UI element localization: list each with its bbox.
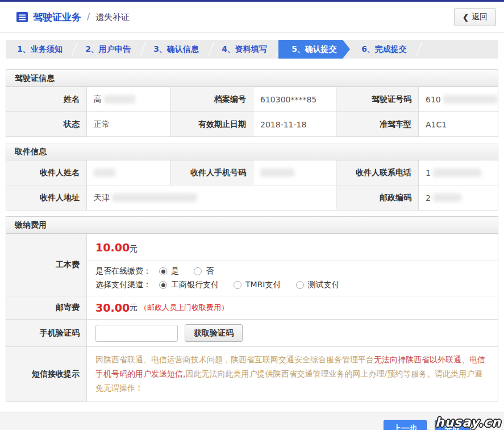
- radio-unchecked-icon: [234, 281, 241, 289]
- watermark: husay.cn: [435, 415, 501, 429]
- mail-fee-note: （邮政人员上门收取费用）: [140, 303, 228, 313]
- online-pay-caption: 是否在线缴费：: [95, 266, 151, 276]
- sms-tip-row: 短信接收提示 因陕西省联通、电信运营商技术问题，陕西省互联网交通安全综合服务管理…: [6, 346, 498, 402]
- radio-channel-tmri[interactable]: TMRI支付: [234, 280, 281, 290]
- mail-fee-row: 邮寄费 30.00元 （邮政人员上门收取费用）: [6, 296, 498, 319]
- work-fee-label: 工本费: [6, 234, 87, 296]
- redaction-blur: [112, 193, 197, 202]
- redaction-blur: [433, 168, 481, 177]
- back-chevron-icon: ❮: [463, 13, 469, 22]
- redaction-blur: [433, 193, 461, 202]
- license-info-section: 驾驶证信息 姓名 高 档案编号 610300****85 驾驶证号码 610 状…: [6, 69, 498, 137]
- work-fee-row: 工本费 10.00元 是否在线缴费： 是 否: [6, 234, 498, 296]
- field-label-recipient-address: 收件人地址: [6, 185, 87, 210]
- step-tab-5-active[interactable]: 5、确认提交: [278, 40, 350, 59]
- field-value-license-number: 610: [419, 87, 498, 111]
- field-label-expiry-date: 有效期止日期: [170, 112, 253, 137]
- sms-code-row: 手机验证码 获取验证码: [6, 319, 498, 346]
- step-tab-1[interactable]: 1、业务须知: [6, 40, 74, 59]
- step-tabs: 1、业务须知 2、用户申告 3、确认信息 4、资料填写 5、确认提交 6、完成提…: [6, 40, 498, 59]
- field-value-postal-code: 2: [419, 185, 498, 210]
- pay-channel-group: 选择支付渠道： 工商银行支付 TMRI支付 测试支付: [95, 280, 489, 290]
- sms-tip-label: 短信接收提示: [6, 347, 87, 402]
- step-tab-3[interactable]: 3、确认信息: [142, 40, 210, 59]
- radio-online-pay-yes[interactable]: 是: [159, 266, 179, 276]
- radio-channel-test[interactable]: 测试支付: [296, 280, 340, 290]
- redaction-blur: [443, 95, 498, 104]
- step-tab-4[interactable]: 4、资料填写: [210, 40, 278, 59]
- field-label-license-number: 驾驶证号码: [336, 87, 419, 111]
- radio-checked-icon: [159, 267, 167, 275]
- online-pay-group: 是否在线缴费： 是 否: [95, 266, 489, 276]
- back-button[interactable]: ❮ 返回: [454, 8, 496, 26]
- field-value-status: 正常: [87, 112, 170, 137]
- field-label-file-number: 档案编号: [170, 87, 253, 111]
- sms-code-input[interactable]: [95, 325, 178, 342]
- pickup-section-title: 取件信息: [6, 143, 498, 160]
- table-row: 收件人地址 天津 邮政编码 2: [6, 185, 498, 210]
- work-fee-amount: 10.00元: [87, 234, 498, 261]
- pay-channel-caption: 选择支付渠道：: [95, 280, 151, 290]
- main-content: 驾驶证信息 姓名 高 档案编号 610300****85 驾驶证号码 610 状…: [0, 69, 504, 402]
- previous-step-button[interactable]: 上一步: [384, 420, 427, 430]
- sms-tip-text: 因陕西省联通、电信运营商技术问题，陕西省互联网交通安全综合服务管理平台无法向持陕…: [87, 347, 498, 402]
- mail-fee-amount: 30.00元 （邮政人员上门收取费用）: [87, 296, 498, 319]
- footer-bar: 上一步 完成: [0, 412, 504, 430]
- field-value-expiry-date: 2018-11-18: [253, 112, 336, 137]
- breadcrumb-separator: /: [87, 12, 90, 22]
- field-value-vehicle-class: A1C1: [419, 112, 498, 137]
- field-label-recipient-name: 收件人姓名: [6, 160, 87, 185]
- step-tab-6[interactable]: 6、完成提交: [350, 40, 418, 59]
- field-label-status: 状态: [6, 112, 87, 137]
- field-value-file-number: 610300****85: [253, 87, 336, 111]
- step-tabs-filler: [418, 40, 498, 59]
- field-value-recipient-address: 天津: [87, 185, 336, 210]
- table-row: 姓名 高 档案编号 610300****85 驾驶证号码 610: [6, 87, 498, 111]
- field-label-postal-code: 邮政编码: [336, 185, 419, 210]
- radio-checked-icon: [159, 281, 167, 289]
- redaction-blur: [260, 168, 294, 177]
- radio-unchecked-icon: [194, 267, 202, 275]
- get-code-button[interactable]: 获取验证码: [185, 324, 243, 342]
- back-button-label: 返回: [472, 12, 488, 22]
- radio-label: TMRI支付: [245, 280, 281, 290]
- field-label-recipient-phone: 收件人联系电话: [336, 160, 419, 185]
- fees-section: 缴纳费用 工本费 10.00元 是否在线缴费： 是: [6, 216, 498, 402]
- radio-label: 否: [206, 266, 214, 276]
- table-row: 状态 正常 有效期止日期 2018-11-18 准驾车型 A1C1: [6, 111, 498, 137]
- list-icon: [16, 11, 28, 23]
- radio-channel-icbc[interactable]: 工商银行支付: [159, 280, 219, 290]
- table-row: 收件人姓名 收件人手机号码 收件人联系电话 1: [6, 160, 498, 185]
- breadcrumb-current: 遗失补证: [95, 12, 130, 23]
- field-label-vehicle-class: 准驾车型: [336, 112, 419, 137]
- step-tab-2[interactable]: 2、用户申告: [74, 40, 142, 59]
- field-label-recipient-mobile: 收件人手机号码: [170, 160, 253, 185]
- radio-unchecked-icon: [296, 281, 304, 289]
- field-value-recipient-name: [87, 160, 170, 185]
- fees-section-title: 缴纳费用: [6, 217, 498, 234]
- field-value-recipient-mobile: [253, 160, 336, 185]
- radio-label: 测试支付: [308, 280, 340, 290]
- redaction-blur: [104, 95, 135, 104]
- radio-online-pay-no[interactable]: 否: [194, 266, 214, 276]
- sms-code-label: 手机验证码: [6, 320, 87, 346]
- license-section-title: 驾驶证信息: [6, 70, 498, 87]
- pickup-info-section: 取件信息 收件人姓名 收件人手机号码 收件人联系电话 1 收件人地址 天津 邮政…: [6, 143, 498, 210]
- field-value-name: 高: [87, 87, 170, 111]
- radio-label: 工商银行支付: [171, 280, 219, 290]
- mail-fee-label: 邮寄费: [6, 296, 87, 319]
- page-header: 驾驶证业务 / 遗失补证 ❮ 返回: [0, 2, 504, 33]
- redaction-blur: [94, 168, 115, 177]
- field-value-recipient-phone: 1: [419, 160, 498, 185]
- field-label-name: 姓名: [6, 87, 87, 111]
- page-title: 驾驶证业务: [33, 11, 81, 24]
- radio-label: 是: [171, 266, 179, 276]
